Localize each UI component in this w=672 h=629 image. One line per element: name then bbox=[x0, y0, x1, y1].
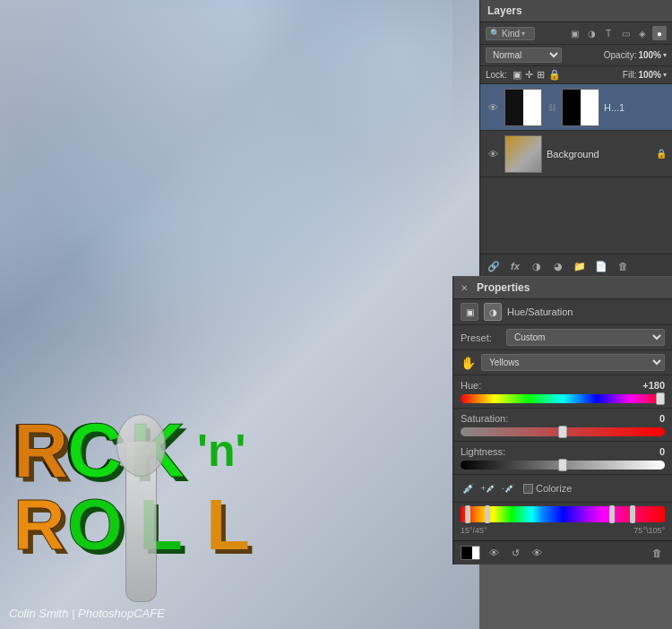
eyedropper-icons: 💉 +💉 -💉 bbox=[461, 480, 516, 496]
colorize-row: 💉 +💉 -💉 Colorize bbox=[453, 475, 672, 502]
visibility-icon-2[interactable]: 👁 bbox=[486, 147, 500, 161]
new-layer-icon[interactable]: 📄 bbox=[593, 258, 609, 274]
filter-toggle[interactable]: ● bbox=[652, 26, 667, 40]
hue-label: Hue: bbox=[461, 380, 481, 391]
blend-opacity-row: Normal Opacity: 100% ▾ bbox=[480, 45, 672, 66]
lightness-slider-row: Lightness: 0 bbox=[453, 442, 672, 475]
lock-row: Lock: ▣ ✛ ⊞ 🔒 Fill: 100% ▾ bbox=[480, 66, 672, 84]
saturation-label: Saturation: bbox=[461, 413, 508, 424]
range-handle-left1[interactable] bbox=[465, 505, 470, 523]
channel-select[interactable]: Yellows bbox=[481, 354, 665, 371]
layer-name-1: H...1 bbox=[604, 102, 667, 113]
properties-title: Properties bbox=[477, 281, 530, 294]
layers-bottom-toolbar: 🔗 fx ◑ ◕ 📁 📄 🗑 bbox=[480, 254, 672, 278]
layers-title: Layers bbox=[487, 4, 522, 17]
opacity-chevron: ▾ bbox=[663, 51, 667, 59]
layer-item-hue-sat[interactable]: 👁 ⛓ H...1 bbox=[480, 84, 672, 131]
preset-label: Preset: bbox=[461, 332, 501, 343]
canvas-image: R C K 'n' R O L L Colin Smith | Photosho… bbox=[0, 0, 479, 629]
lock-pixels-icon[interactable]: ▣ bbox=[513, 69, 521, 81]
hue-slider-row: Hue: +180 bbox=[453, 375, 672, 409]
eyedropper-add-icon[interactable]: +💉 bbox=[480, 480, 496, 496]
range-handle-right2[interactable] bbox=[630, 505, 635, 523]
layers-filter-icons: ▣ ◑ T ▭ ◈ ● bbox=[567, 26, 667, 40]
layers-panel: Layers 🔍 Kind ▾ ▣ ◑ T ▭ ◈ ● Normal Opaci… bbox=[479, 0, 672, 278]
opacity-value: 100% bbox=[638, 50, 661, 60]
range-label-left: 15°/45° bbox=[461, 526, 487, 535]
visibility-toggle-icon[interactable]: 👁 bbox=[486, 545, 502, 561]
colorize-checkbox-group: Colorize bbox=[523, 483, 572, 494]
saturation-value: 0 bbox=[659, 413, 665, 424]
properties-subheader: ▣ ◑ Hue/Saturation bbox=[453, 299, 672, 325]
close-icon[interactable]: ✕ bbox=[461, 283, 468, 293]
channel-row: ✋ Yellows bbox=[453, 350, 672, 375]
fill-row: Fill: 100% ▾ bbox=[623, 70, 667, 80]
link-layers-icon[interactable]: 🔗 bbox=[486, 258, 502, 274]
layer-thumb-hue-sat bbox=[504, 89, 542, 126]
fill-chevron: ▾ bbox=[663, 71, 667, 79]
prop-huesat-btn[interactable]: ◑ bbox=[484, 303, 502, 321]
hand-icon[interactable]: ✋ bbox=[461, 356, 476, 370]
lock-label: Lock: bbox=[486, 70, 507, 80]
delete-adjustment-icon[interactable]: 🗑 bbox=[649, 545, 665, 561]
visibility-icon-1[interactable]: 👁 bbox=[486, 100, 500, 115]
properties-subtitle: Hue/Saturation bbox=[507, 306, 573, 317]
type-filter-icon[interactable]: T bbox=[601, 26, 616, 40]
group-icon[interactable]: 📁 bbox=[572, 258, 588, 274]
lock-icons: ▣ ✛ ⊞ 🔒 bbox=[513, 69, 561, 81]
fx-icon[interactable]: fx bbox=[507, 258, 523, 274]
smart-filter-icon[interactable]: ◈ bbox=[635, 26, 650, 40]
hue-track[interactable] bbox=[461, 394, 665, 403]
layer-item-background[interactable]: 👁 Background 🔒 bbox=[480, 131, 672, 177]
layer-thumb-bg bbox=[504, 135, 542, 173]
properties-bottom-toolbar: 👁 ↺ 👁 🗑 bbox=[453, 540, 672, 564]
saturation-thumb[interactable] bbox=[558, 426, 567, 438]
prop-pixel-btn[interactable]: ▣ bbox=[461, 303, 478, 321]
blend-mode-select[interactable]: Normal bbox=[486, 47, 562, 63]
lightness-track[interactable] bbox=[461, 461, 665, 470]
eyedropper-icon[interactable]: 💉 bbox=[461, 480, 477, 496]
lock-artboard-icon[interactable]: ⊞ bbox=[537, 69, 545, 81]
layer-mask-thumb bbox=[562, 89, 599, 126]
layers-panel-header: Layers bbox=[480, 0, 672, 22]
mask-icon[interactable]: ◑ bbox=[529, 258, 545, 274]
properties-header: ✕ Properties bbox=[453, 277, 672, 299]
saturation-slider-row: Saturation: 0 bbox=[453, 409, 672, 442]
adjustment-filter-icon[interactable]: ◑ bbox=[584, 26, 599, 40]
opacity-label: Opacity: bbox=[604, 50, 637, 60]
chain-icon-1: ⛓ bbox=[547, 102, 557, 113]
saturation-track[interactable] bbox=[461, 427, 665, 436]
lightness-thumb[interactable] bbox=[558, 459, 567, 471]
pixel-filter-icon[interactable]: ▣ bbox=[567, 26, 582, 40]
chevron-down-icon: ▾ bbox=[521, 30, 525, 38]
delete-layer-icon[interactable]: 🗑 bbox=[615, 258, 631, 274]
range-handle-right1[interactable] bbox=[609, 505, 615, 523]
lock-position-icon[interactable]: ✛ bbox=[525, 69, 533, 81]
reset-icon[interactable]: ↺ bbox=[507, 545, 523, 561]
colorize-checkbox[interactable] bbox=[523, 484, 533, 494]
clip-to-layer-icon[interactable] bbox=[461, 546, 480, 560]
lock-all-icon[interactable]: 🔒 bbox=[548, 69, 561, 81]
preset-row: Preset: Custom bbox=[453, 325, 672, 350]
layers-toolbar: 🔍 Kind ▾ ▣ ◑ T ▭ ◈ ● bbox=[480, 22, 672, 45]
colorize-label: Colorize bbox=[536, 483, 572, 494]
adjustment-icon[interactable]: ◕ bbox=[550, 258, 566, 274]
layer-lock-badge: 🔒 bbox=[656, 149, 667, 159]
search-box[interactable]: 🔍 Kind ▾ bbox=[486, 27, 535, 40]
lightness-label: Lightness: bbox=[461, 446, 505, 457]
range-label-right: 75°\105° bbox=[633, 526, 665, 535]
hue-thumb[interactable] bbox=[656, 392, 665, 405]
search-icon: 🔍 bbox=[490, 29, 500, 38]
layer-name-2: Background bbox=[547, 149, 651, 159]
hue-value: +180 bbox=[642, 380, 665, 391]
watermark: Colin Smith | PhotoshopCAFE bbox=[9, 607, 165, 620]
range-handle-left2[interactable] bbox=[485, 505, 490, 523]
eye-visibility-icon[interactable]: 👁 bbox=[529, 545, 545, 561]
color-range-bar[interactable] bbox=[461, 506, 665, 522]
lightness-value: 0 bbox=[659, 446, 665, 457]
shape-filter-icon[interactable]: ▭ bbox=[618, 26, 633, 40]
fill-value: 100% bbox=[638, 70, 661, 80]
color-range-section: 15°/45° 75°\105° bbox=[453, 502, 672, 540]
eyedropper-subtract-icon[interactable]: -💉 bbox=[500, 480, 516, 496]
preset-select[interactable]: Custom bbox=[506, 329, 665, 346]
